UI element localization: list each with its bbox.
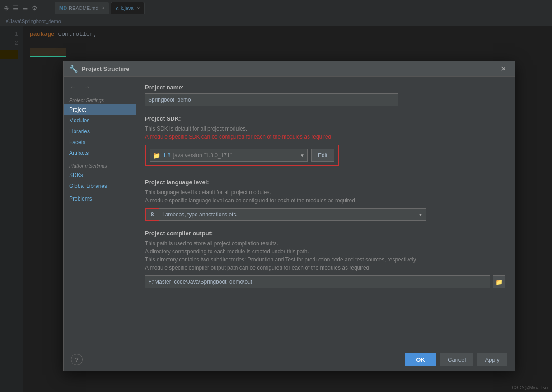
sidebar-nav-buttons: ← → (64, 80, 136, 95)
dialog-sidebar: ← → Project Settings Project Modules Lib… (64, 77, 136, 348)
lang-dropdown[interactable]: Lambdas, type annotations etc. ▼ (159, 208, 426, 221)
footer-left: ? (71, 354, 83, 365)
sidebar-item-modules[interactable]: Modules (64, 115, 136, 126)
sidebar-item-problems[interactable]: Problems (64, 193, 136, 204)
cancel-button[interactable]: Cancel (440, 353, 473, 366)
dialog-body: ← → Project Settings Project Modules Lib… (64, 77, 515, 348)
dialog-titlebar: 🔧 Project Structure ✕ (64, 61, 515, 77)
sdk-dropdown-content: 📁 1.8 java version "1.8.0_171" (153, 152, 300, 159)
nav-forward-button[interactable]: → (81, 82, 93, 91)
dialog-title-left: 🔧 Project Structure (69, 65, 129, 73)
project-name-section: Project name: (145, 84, 505, 106)
compiler-output-label: Project compiler output: (145, 230, 505, 237)
nav-back-button[interactable]: ← (67, 82, 79, 91)
sdk-highlight-box: 📁 1.8 java version "1.8.0_171" ▼ Edit (145, 145, 339, 166)
help-button[interactable]: ? (71, 354, 83, 365)
ok-button[interactable]: OK (405, 353, 436, 366)
project-structure-dialog: 🔧 Project Structure ✕ ← → Project Settin… (63, 61, 515, 371)
watermark: CSDN@Max_Tsui (512, 385, 548, 390)
project-language-label: Project language level: (145, 179, 505, 186)
sdk-folder-icon: 📁 (153, 152, 160, 159)
lang-dropdown-arrow: ▼ (418, 212, 423, 217)
sdk-dropdown-arrow: ▼ (300, 153, 304, 158)
sidebar-item-global-libraries[interactable]: Global Libraries (64, 181, 136, 191)
sdk-strikethrough-text: A module specific SDK can be configured … (145, 134, 333, 140)
lang-row: 8 Lambdas, type annotations etc. ▼ (145, 208, 505, 221)
project-sdk-label: Project SDK: (145, 115, 505, 122)
sdk-version-label: 1.8 (163, 152, 171, 159)
project-name-label: Project name: (145, 84, 505, 91)
sidebar-platform-settings-label: Platform Settings (64, 159, 136, 170)
project-language-section: Project language level: This language le… (145, 179, 505, 221)
dialog-footer: ? OK Cancel Apply (64, 348, 515, 371)
compiler-folder-button[interactable]: 📁 (493, 275, 505, 288)
compiler-path-input[interactable] (145, 275, 490, 288)
sdk-dropdown[interactable]: 📁 1.8 java version "1.8.0_171" ▼ (150, 149, 308, 162)
dialog-content: Project name: Project SDK: This SDK is d… (136, 77, 515, 348)
sidebar-item-facets[interactable]: Facets (64, 137, 136, 148)
sdk-row: 📁 1.8 java version "1.8.0_171" ▼ Edit (150, 149, 334, 162)
compiler-output-section: Project compiler output: This path is us… (145, 230, 505, 288)
apply-button[interactable]: Apply (477, 353, 507, 366)
project-name-input[interactable] (145, 93, 398, 106)
lang-number-box: 8 (145, 208, 159, 221)
project-sdk-section: Project SDK: This SDK is default for all… (145, 115, 505, 170)
compiler-output-row: 📁 (145, 275, 505, 288)
sidebar-project-settings-label: Project Settings (64, 95, 136, 104)
folder-icon: 📁 (496, 279, 503, 285)
sdk-edit-button[interactable]: Edit (311, 149, 334, 162)
dialog-close-button[interactable]: ✕ (498, 65, 509, 74)
sdk-description: This SDK is default for all project modu… (145, 125, 505, 141)
sidebar-item-libraries[interactable]: Libraries (64, 126, 136, 137)
sidebar-item-artifacts[interactable]: Artifacts (64, 148, 136, 159)
lang-description: This language level is default for all p… (145, 188, 505, 205)
dialog-title-text: Project Structure (82, 65, 129, 72)
sidebar-item-sdks[interactable]: SDKs (64, 170, 136, 181)
sidebar-item-project[interactable]: Project (64, 104, 136, 115)
compiler-description: This path is used to store all project c… (145, 239, 505, 272)
sdk-version-detail: java version "1.8.0_171" (173, 152, 232, 159)
dialog-title-icon: 🔧 (69, 65, 78, 73)
